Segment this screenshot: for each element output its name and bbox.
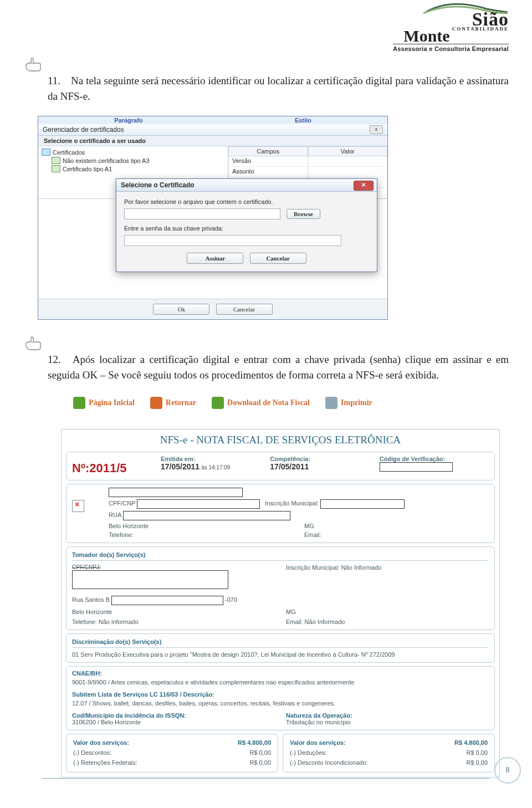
cert-file-input[interactable] <box>124 208 280 219</box>
tomador-cidade: Belo Horizonte <box>72 608 275 615</box>
nfse-number-value: 2011/5 <box>89 461 126 475</box>
broken-image-icon <box>72 500 84 512</box>
tree-no-a3[interactable]: Não existem certificados tipo A3 <box>63 157 150 164</box>
cert-title-text: Gerenciador de certificados <box>43 126 124 134</box>
inscricao-label: Inscrição Municipal: <box>265 500 319 507</box>
tomador-rua-prefix: Rua Santos B <box>72 597 110 604</box>
download-icon <box>212 397 224 409</box>
page-footer-rule <box>42 778 490 779</box>
valores-right-panel: Valor dos serviços:R$ 4.800,00 (-) Deduç… <box>283 734 495 773</box>
close-icon[interactable]: ✕ <box>354 181 374 191</box>
rua-label: RUA <box>109 512 121 519</box>
details-panel: CNAE/BH: 9001-9/9900 / Artes cenicas, es… <box>66 666 495 730</box>
tomador-name-mask <box>72 570 228 589</box>
step11-text: Na tela seguinte será necessário identif… <box>48 75 509 102</box>
company-logo: Sião Monte CONTABILIDADE Assessoria e Co… <box>393 0 509 52</box>
pointing-hand-icon <box>23 335 42 352</box>
rt-r3v: R$ 0,00 <box>466 759 488 766</box>
back-link[interactable]: Retornar <box>150 397 196 409</box>
discrim-text: 01 Serv Produção Executiva para o projet… <box>72 651 489 658</box>
subitem-text: 12.07 / Shows, ballet, dancas, desfiles,… <box>72 700 489 707</box>
step-11: 11. Na tela seguinte será necessário ide… <box>23 57 509 104</box>
discriminacao-panel: Discriminação do(s) Serviço(s) 01 Serv P… <box>66 633 495 663</box>
prestador-name-mask <box>109 488 243 497</box>
modal-instruction-1: Por favor selecione o arquivo que contem… <box>124 198 369 205</box>
tomador-inscricao: Inscrição Municipal: Não Informado <box>286 564 489 589</box>
rua-mask <box>123 511 290 520</box>
nfse-number: Nº:2011/5 <box>72 456 161 475</box>
cancel-button[interactable]: Cancelar <box>216 304 273 315</box>
home-label: Página Inicial <box>89 398 135 407</box>
download-label: Download de Nota Fiscal <box>227 398 310 407</box>
tomador-section-title: Tomador do(s) Serviço(s) <box>72 550 489 561</box>
rt-r1l: Valor dos serviços: <box>290 739 346 746</box>
close-icon[interactable]: x <box>370 125 383 134</box>
logo-small: CONTABILIDADE <box>452 26 509 32</box>
print-link[interactable]: Imprimir <box>325 397 372 409</box>
cert-manager-window: Parágrafo Estilo Gerenciador de certific… <box>38 116 388 320</box>
download-link[interactable]: Download de Nota Fiscal <box>212 397 310 409</box>
cnae-label: CNAE/BH: <box>72 670 489 677</box>
tomador-cnpj-fragment: CPF/CNPJ: <box>72 564 275 570</box>
rt-r3l: (-) Desconto Incondicionado: <box>290 759 368 766</box>
tree-root[interactable]: Certificados <box>53 149 85 156</box>
codmun-label: Cod/Município da incidência do ISSQN: <box>72 712 275 719</box>
step11-number: 11. <box>48 75 60 86</box>
codigo-mask <box>380 462 453 472</box>
tomador-panel: Tomador do(s) Serviço(s) CPF/CNPJ: Inscr… <box>66 546 495 630</box>
natureza-label: Natureza da Operação: <box>286 712 489 719</box>
cpfcnpj-mask <box>137 499 260 509</box>
cpfcnpj-label: CPF/CNP <box>109 500 135 507</box>
tomador-rua-mask <box>111 596 223 605</box>
print-label: Imprimir <box>341 398 372 407</box>
cert-footer: Ok Cancelar <box>38 299 387 319</box>
prestador-uf: MG <box>304 523 489 529</box>
grid-cell <box>308 156 388 167</box>
nfse-header-panel: Nº:2011/5 Emitida em: 17/05/2011 às 14:1… <box>66 452 495 480</box>
rt-r2v: R$ 0,00 <box>466 749 488 756</box>
home-icon <box>73 397 85 409</box>
prestador-cidade: Belo Horizonte <box>109 523 293 529</box>
nfse-screenshot: Página Inicial Retornar Download de Nota… <box>23 397 509 778</box>
modal-instruction-2: Entre a senha da sua chave privada: <box>124 225 369 232</box>
tomador-telefone: Telefone: Não informado <box>72 618 275 625</box>
private-key-input[interactable] <box>124 235 341 246</box>
step-12: 12. Após localizar a certificação digita… <box>23 335 509 382</box>
grid-cell <box>308 167 388 177</box>
word-ribbon: Parágrafo Estilo <box>38 116 387 124</box>
natureza-value: Tributação no município <box>286 719 489 725</box>
cancelar-button[interactable]: Cancelar <box>250 253 306 264</box>
nfse-title: NFS-e - NOTA FISCAL DE SERVIÇOS ELETRÔNI… <box>62 429 499 449</box>
cnae-text: 9001-9/9900 / Artes cenicas, espetaculos… <box>72 679 489 686</box>
grid-row: Assunto <box>228 167 308 177</box>
grid-head-valor: Valor <box>308 146 388 156</box>
lt-r3l: (-) Retenções Federais: <box>73 759 137 766</box>
pointing-hand-icon <box>23 57 42 73</box>
home-link[interactable]: Página Inicial <box>73 397 135 409</box>
modal-title-bar: Selecione o Certificado ✕ <box>116 179 377 192</box>
lt-r1v: R$ 4.800,00 <box>238 739 271 746</box>
codmun-value: 3106200 / Belo Horizonte <box>72 719 275 725</box>
cert-title-bar: Gerenciador de certificados x <box>38 124 387 136</box>
grid-row: Versão <box>228 156 308 167</box>
emitida-label: Emitida em: <box>161 456 270 462</box>
emitida-time: às 14:17:09 <box>201 464 230 471</box>
lt-r3v: R$ 0,00 <box>249 759 271 766</box>
return-icon <box>150 397 162 409</box>
assinar-button[interactable]: Assinar <box>187 253 243 264</box>
step12-text: Após localizar a certificação digital e … <box>48 354 509 381</box>
printer-icon <box>325 397 337 409</box>
rt-r1v: R$ 4.800,00 <box>454 739 488 746</box>
tree-a1[interactable]: Certificado tipo A1 <box>63 166 112 172</box>
page-number-badge: 8 <box>494 757 521 784</box>
browse-button[interactable]: Browse <box>287 209 320 219</box>
rt-r2l: (-) Deduções: <box>290 749 327 756</box>
logo-subtitle: Assessoria e Consultoria Empresarial <box>393 44 509 52</box>
ok-button[interactable]: Ok <box>153 304 209 315</box>
page-number: 8 <box>506 766 510 775</box>
cert-icon <box>52 165 60 172</box>
inscricao-mask <box>320 499 405 509</box>
select-cert-modal: Selecione o Certificado ✕ Por favor sele… <box>116 178 377 272</box>
tomador-rua-suffix: -070 <box>225 597 237 604</box>
prestador-email: Email: <box>304 531 489 538</box>
